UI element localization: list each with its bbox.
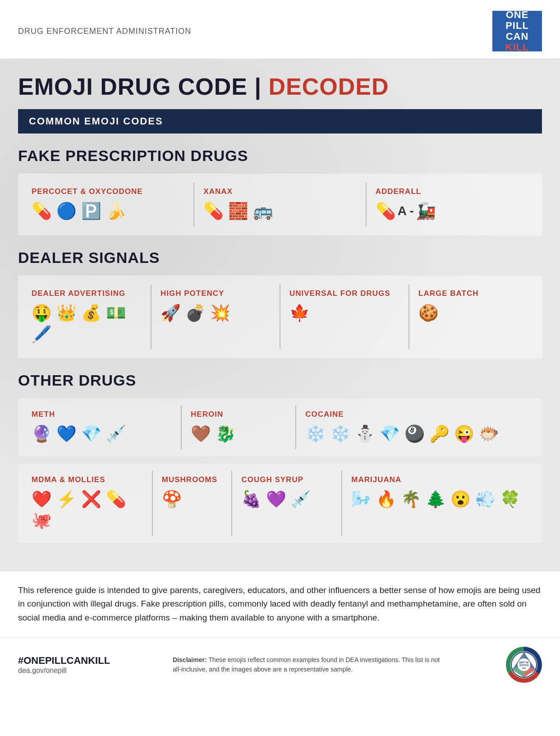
dealer-emojis-batch: 🍪 bbox=[418, 303, 528, 324]
svg-text:DEA: DEA bbox=[522, 667, 526, 669]
drug-emojis-cough-syrup: 🍇 💜 💉 bbox=[241, 489, 332, 510]
other-cell-cough-syrup: COUGH SYRUP 🍇 💜 💉 bbox=[232, 471, 342, 536]
drug-emojis-marijuana: 🌬️ 🔥 🌴 🌲 😮 💨 🍀 bbox=[351, 489, 528, 510]
other-cell-heroin: HEROIN 🤎 🐉 bbox=[182, 405, 296, 449]
drug-name-adderall: ADDERALL bbox=[376, 187, 528, 196]
drug-emojis-mushrooms: 🍄 bbox=[162, 489, 223, 510]
dealer-emojis-universal: 🍁 bbox=[289, 303, 399, 324]
disclaimer-text: This reference guide is intended to give… bbox=[18, 584, 542, 625]
dea-seal: DEPT OF JUSTICE DEA bbox=[506, 647, 542, 683]
footer-url: dea.gov/onepill bbox=[18, 667, 110, 675]
section-banner: COMMON EMOJI CODES bbox=[18, 109, 542, 133]
drug-emojis-xanax: 💊 🧱 🚌 bbox=[203, 201, 356, 222]
fake-prescription-title: FAKE PRESCRIPTION DRUGS bbox=[18, 147, 542, 165]
drug-emojis-adderall: 💊 A - 🚂 bbox=[376, 201, 528, 222]
title-part1: EMOJI DRUG CODE | bbox=[18, 74, 269, 100]
svg-text:JUSTICE: JUSTICE bbox=[519, 664, 529, 667]
dealer-emojis-advertising: 🤑 👑 💰 💵 🖊️ bbox=[32, 303, 142, 345]
dealer-emojis-potency: 🚀 💣 💥 bbox=[161, 303, 271, 324]
drug-name-xanax: XANAX bbox=[203, 187, 356, 196]
footer-disclaimer: Disclaimer: These emojis reflect common … bbox=[173, 655, 443, 674]
drug-name-percocet: PERCOCET & OXYCODONE bbox=[32, 187, 184, 196]
footer: #ONEPILLCANKILL dea.gov/onepill Disclaim… bbox=[0, 637, 560, 692]
disclaimer-section: This reference guide is intended to give… bbox=[0, 570, 560, 637]
dealer-name-potency: HIGH POTENCY bbox=[161, 289, 271, 298]
drug-name-cocaine: COCAINE bbox=[305, 410, 528, 419]
drug-name-mdma: MDMA & MOLLIES bbox=[32, 475, 143, 484]
other-drugs-title: OTHER DRUGS bbox=[18, 372, 542, 389]
dealer-name-advertising: DEALER ADVERTISING bbox=[32, 289, 142, 298]
drug-emojis-mdma: ❤️ ⚡ ❌ 💊 🐙 bbox=[32, 489, 143, 531]
dealer-cell-universal: UNIVERSAL FOR DRUGS 🍁 bbox=[280, 285, 409, 350]
drug-emojis-percocet: 💊 🔵 🅿️ 🍌 bbox=[32, 201, 184, 222]
header: DRUG ENFORCEMENT ADMINISTRATION ONE PILL… bbox=[0, 0, 560, 60]
dealer-cell-potency: HIGH POTENCY 🚀 💣 💥 bbox=[151, 285, 280, 350]
other-cell-meth: METH 🔮 💙 💎 💉 bbox=[23, 405, 182, 449]
footer-left: #ONEPILLCANKILL dea.gov/onepill bbox=[18, 655, 110, 675]
logo-text: ONE PILL CAN KILL bbox=[505, 9, 529, 53]
dealer-name-batch: LARGE BATCH bbox=[418, 289, 528, 298]
dealer-signals-title: DEALER SIGNALS bbox=[18, 249, 542, 267]
logo-box: ONE PILL CAN KILL bbox=[492, 11, 542, 51]
footer-disclaimer-bold: Disclaimer: bbox=[173, 656, 207, 663]
drug-name-heroin: HEROIN bbox=[191, 410, 286, 419]
drug-name-cough-syrup: COUGH SYRUP bbox=[241, 475, 332, 484]
other-cell-mushrooms: MUSHROOMS 🍄 bbox=[153, 471, 233, 536]
footer-disclaimer-text: These emojis reflect common examples fou… bbox=[173, 656, 440, 673]
drug-cell-adderall: ADDERALL 💊 A - 🚂 bbox=[367, 183, 537, 226]
other-cell-marijuana: MARIJUANA 🌬️ 🔥 🌴 🌲 😮 💨 🍀 bbox=[342, 471, 537, 536]
drug-emojis-heroin: 🤎 🐉 bbox=[191, 423, 286, 445]
dealer-name-universal: UNIVERSAL FOR DRUGS bbox=[289, 289, 399, 298]
dealer-cell-batch: LARGE BATCH 🍪 bbox=[409, 285, 537, 350]
other-drugs-row2: MDMA & MOLLIES ❤️ ⚡ ❌ 💊 🐙 MUSHROOMS 🍄 CO… bbox=[18, 464, 542, 543]
drug-cell-xanax: XANAX 💊 🧱 🚌 bbox=[194, 183, 366, 226]
drug-emojis-cocaine: ❄️ ❄️ ⛄ 💎 🎱 🔑 😜 🐡 bbox=[305, 423, 528, 445]
drug-emojis-meth: 🔮 💙 💎 💉 bbox=[32, 423, 172, 445]
other-drugs-row1: METH 🔮 💙 💎 💉 HEROIN 🤎 🐉 COCAINE ❄️ ❄️ ⛄ … bbox=[18, 398, 542, 456]
agency-name: DRUG ENFORCEMENT ADMINISTRATION bbox=[18, 27, 191, 36]
main-content: EMOJI DRUG CODE | DECODED COMMON EMOJI C… bbox=[0, 60, 560, 570]
banner-label: COMMON EMOJI CODES bbox=[29, 115, 163, 127]
dealer-cell-advertising: DEALER ADVERTISING 🤑 👑 💰 💵 🖊️ bbox=[23, 285, 151, 350]
drug-name-mushrooms: MUSHROOMS bbox=[162, 475, 223, 484]
drug-name-meth: METH bbox=[32, 410, 172, 419]
fake-prescription-grid: PERCOCET & OXYCODONE 💊 🔵 🅿️ 🍌 XANAX 💊 🧱 … bbox=[18, 174, 542, 235]
other-cell-cocaine: COCAINE ❄️ ❄️ ⛄ 💎 🎱 🔑 😜 🐡 bbox=[296, 405, 537, 449]
drug-name-marijuana: MARIJUANA bbox=[351, 475, 528, 484]
dea-seal-inner: DEPT OF JUSTICE DEA bbox=[510, 651, 537, 678]
title-part2: DECODED bbox=[269, 74, 389, 100]
dealer-signals-grid: DEALER ADVERTISING 🤑 👑 💰 💵 🖊️ HIGH POTEN… bbox=[18, 276, 542, 359]
page-title: EMOJI DRUG CODE | DECODED bbox=[18, 73, 542, 100]
footer-hashtag: #ONEPILLCANKILL bbox=[18, 655, 110, 667]
other-cell-mdma: MDMA & MOLLIES ❤️ ⚡ ❌ 💊 🐙 bbox=[23, 471, 153, 536]
drug-cell-percocet: PERCOCET & OXYCODONE 💊 🔵 🅿️ 🍌 bbox=[23, 183, 194, 226]
